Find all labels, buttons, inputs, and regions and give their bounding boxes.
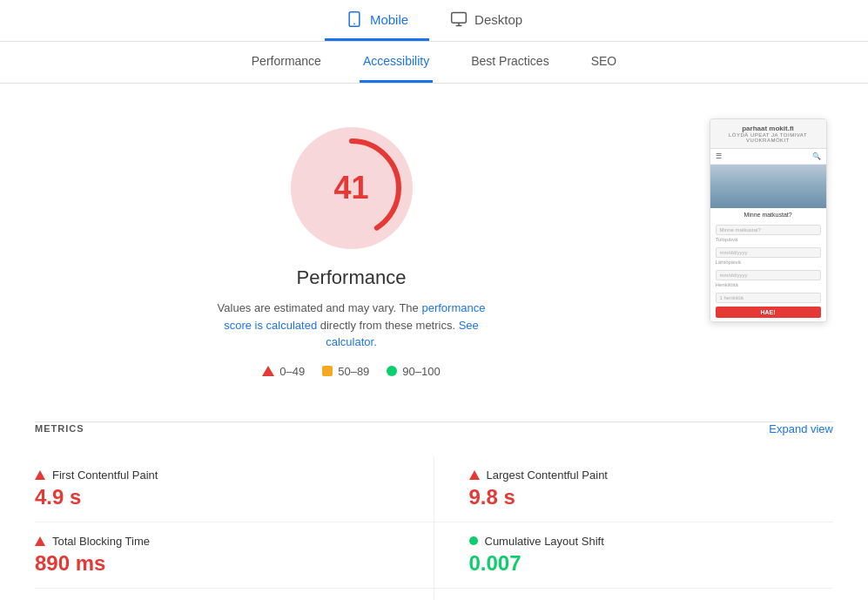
triangle-icon xyxy=(262,366,274,376)
score-legend: 0–49 50–89 90–100 xyxy=(262,365,440,378)
metric-lcp-value: 9.8 s xyxy=(469,485,834,509)
legend-fail: 0–49 xyxy=(262,365,305,378)
mobile-tab[interactable]: Mobile xyxy=(325,0,429,41)
nav-tab-best-practices[interactable]: Best Practices xyxy=(468,54,552,83)
square-icon xyxy=(322,366,333,376)
circle-icon xyxy=(387,366,397,376)
metric-tbt-name: Total Blocking Time xyxy=(52,535,150,548)
nav-tab-seo[interactable]: SEO xyxy=(588,54,621,83)
metric-cls-value: 0.007 xyxy=(469,551,834,576)
preview-image xyxy=(710,165,826,208)
legend-pass: 90–100 xyxy=(387,365,440,378)
preview-input-destination xyxy=(716,225,821,235)
metrics-label: METRICS xyxy=(35,423,84,434)
metric-si: Speed Index 5.3 s xyxy=(35,589,434,601)
preview-nav: ☰ 🔍 xyxy=(710,149,826,165)
preview-label-arrival: Tulopäivä xyxy=(716,237,821,242)
triangle-red-icon-2 xyxy=(469,470,480,480)
circle-green-icon xyxy=(469,536,478,545)
preview-search-button: HAE! xyxy=(716,307,821,318)
nav-tab-performance[interactable]: Performance xyxy=(248,54,325,83)
preview-label-departure: Lähtöpäivä xyxy=(716,260,821,265)
metric-cls-header: Cumulative Layout Shift xyxy=(469,535,834,548)
metric-lcp-header: Largest Contentful Paint xyxy=(469,469,834,482)
preview-input-persons xyxy=(716,293,821,303)
svg-rect-3 xyxy=(452,13,467,24)
desktop-tab[interactable]: Desktop xyxy=(429,0,543,41)
legend-fail-range: 0–49 xyxy=(279,365,305,378)
score-title: Performance xyxy=(297,266,407,289)
legend-average: 50–89 xyxy=(322,365,369,378)
preview-label-persons: Henkilöitä xyxy=(716,282,821,287)
metric-tbt: Total Blocking Time 890 ms xyxy=(35,522,434,589)
metric-lcp-name: Largest Contentful Paint xyxy=(487,469,608,482)
preview-section: parhaat mokit.fi LÖYDÄ UPEAT JA TOIMIVAT… xyxy=(703,110,833,395)
device-tabs: Mobile Desktop xyxy=(0,0,868,42)
metric-lcp: Largest Contentful Paint 9.8 s xyxy=(434,456,834,522)
phone-preview: parhaat mokit.fi LÖYDÄ UPEAT JA TOIMIVAT… xyxy=(710,118,827,322)
score-description: Values are estimated and may vary. The p… xyxy=(212,300,491,351)
metric-fcp-value: 4.9 s xyxy=(35,485,399,509)
nav-tab-accessibility[interactable]: Accessibility xyxy=(360,54,433,83)
metrics-grid: First Contentful Paint 4.9 s Largest Con… xyxy=(35,456,833,601)
metric-tbt-value: 890 ms xyxy=(35,551,399,576)
legend-pass-range: 90–100 xyxy=(402,365,440,378)
preview-nav-search: 🔍 xyxy=(812,152,821,160)
score-value: 41 xyxy=(333,170,368,206)
preview-input-departure xyxy=(716,270,821,280)
main-content: 41 Performance Values are estimated and … xyxy=(0,84,868,421)
preview-nav-hamburger: ☰ xyxy=(716,152,722,160)
metric-fcp-header: First Contentful Paint xyxy=(35,469,399,482)
preview-site-name: parhaat mokit.fi xyxy=(717,125,819,132)
metric-cls: Cumulative Layout Shift 0.007 xyxy=(434,522,834,589)
metric-tbt-header: Total Blocking Time xyxy=(35,535,399,548)
preview-form: Minne matkustat? Tulopäivä Lähtöpäivä He… xyxy=(710,208,826,321)
metric-fcp-name: First Contentful Paint xyxy=(52,469,158,482)
score-gauge: 41 xyxy=(291,127,413,249)
metric-cls-name: Cumulative Layout Shift xyxy=(485,535,604,548)
expand-view-link[interactable]: Expand view xyxy=(769,422,833,435)
preview-header: parhaat mokit.fi LÖYDÄ UPEAT JA TOIMIVAT… xyxy=(710,119,826,149)
metrics-header: METRICS Expand view xyxy=(35,422,833,442)
triangle-red-icon-3 xyxy=(35,536,45,546)
desktop-tab-label: Desktop xyxy=(474,12,522,27)
metrics-section: METRICS Expand view First Contentful Pai… xyxy=(0,422,868,601)
svg-point-2 xyxy=(353,24,355,25)
legend-average-range: 50–89 xyxy=(338,365,369,378)
mobile-tab-label: Mobile xyxy=(370,12,408,27)
score-section: 41 Performance Values are estimated and … xyxy=(35,110,668,395)
preview-input-arrival xyxy=(716,247,821,258)
nav-tabs: Performance Accessibility Best Practices… xyxy=(0,42,868,84)
preview-form-title: Minne matkustat? xyxy=(716,212,821,218)
preview-site-tagline: LÖYDÄ UPEAT JA TOIMIVATVUOKRAMÖKIT xyxy=(717,132,819,143)
metric-fcp: First Contentful Paint 4.9 s xyxy=(35,456,434,522)
triangle-red-icon xyxy=(35,470,45,480)
